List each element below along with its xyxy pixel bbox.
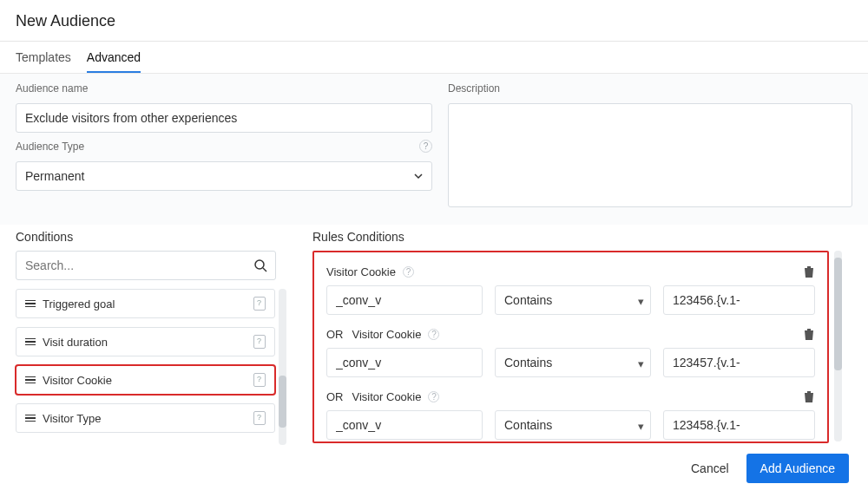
drag-icon: [25, 376, 36, 384]
condition-label: Visit duration: [43, 336, 108, 349]
rules-scrollbar[interactable]: [834, 251, 842, 441]
conditions-scrollbar[interactable]: [279, 289, 286, 445]
condition-item-visitor-cookie[interactable]: Visitor Cookie: [16, 365, 275, 395]
rules-box: Visitor Cookie ? Contains▾ OR Visitor Co…: [312, 251, 829, 443]
audience-type-select[interactable]: Permanent: [16, 161, 432, 191]
help-icon[interactable]: ?: [419, 140, 432, 153]
svg-point-0: [255, 260, 264, 269]
caret-down-icon: ▾: [638, 357, 644, 370]
rule-cookie-input[interactable]: [326, 285, 483, 315]
rule-cookie-input[interactable]: [326, 348, 483, 377]
rule-value-input[interactable]: [663, 285, 815, 315]
condition-label: Visitor Type: [43, 412, 101, 425]
caret-down-icon: ▾: [638, 295, 644, 308]
tabs-bar: Templates Advanced: [0, 42, 868, 74]
audience-name-input[interactable]: [16, 103, 432, 133]
rule-value-input[interactable]: [663, 410, 815, 440]
help-icon[interactable]: ?: [428, 329, 439, 340]
rule-operator-select[interactable]: Contains: [495, 348, 651, 377]
doc-help-icon[interactable]: [253, 335, 266, 349]
rule-or-label: OR: [326, 390, 344, 403]
search-icon: [253, 258, 267, 272]
rule-block-3: OR Visitor Cookie ? Contains▾: [326, 389, 815, 440]
tab-templates[interactable]: Templates: [16, 42, 71, 73]
scrollbar-thumb[interactable]: [834, 258, 842, 370]
rule-operator-select[interactable]: Contains: [495, 285, 651, 315]
rule-or-label: OR: [326, 328, 344, 341]
doc-help-icon[interactable]: [253, 297, 266, 311]
svg-line-1: [263, 268, 266, 271]
rules-title: Rules Conditions: [312, 230, 852, 244]
trash-icon[interactable]: [803, 389, 815, 403]
audience-type-label-text: Audience Type: [16, 141, 84, 153]
rule-cookie-input[interactable]: [326, 410, 483, 440]
trash-icon[interactable]: [803, 265, 815, 278]
rule-operator-select[interactable]: Contains: [495, 410, 651, 440]
tab-advanced[interactable]: Advanced: [87, 42, 141, 73]
condition-label: Visitor Cookie: [43, 374, 112, 387]
doc-help-icon[interactable]: [253, 373, 266, 387]
conditions-list: Triggered goal Visit duration Visitor Co…: [16, 289, 275, 445]
doc-help-icon[interactable]: [253, 411, 266, 425]
description-label: Description: [448, 82, 852, 95]
rule-value-input[interactable]: [663, 348, 815, 377]
condition-item-visitor-type[interactable]: Visitor Type: [16, 403, 275, 433]
condition-item-visit-duration[interactable]: Visit duration: [16, 327, 275, 356]
rule-block-2: OR Visitor Cookie ? Contains▾: [326, 327, 815, 377]
condition-item-triggered-goal[interactable]: Triggered goal: [16, 289, 275, 318]
help-icon[interactable]: ?: [428, 391, 439, 402]
caret-down-icon: ▾: [638, 420, 644, 433]
conditions-title: Conditions: [16, 230, 286, 244]
form-area: Audience name Audience Type ? Permanent …: [0, 74, 868, 225]
cancel-button[interactable]: Cancel: [691, 461, 729, 475]
trash-icon[interactable]: [803, 327, 815, 341]
rule-head-label: Visitor Cookie: [352, 390, 422, 403]
audience-name-label: Audience name: [16, 82, 432, 95]
drag-icon: [25, 415, 36, 422]
rule-head-label: Visitor Cookie: [326, 265, 396, 278]
condition-label: Triggered goal: [43, 298, 115, 311]
drag-icon: [25, 338, 36, 346]
rule-head-label: Visitor Cookie: [352, 328, 422, 341]
audience-type-label: Audience Type ?: [16, 140, 432, 153]
rule-block-1: Visitor Cookie ? Contains▾: [326, 265, 815, 315]
description-input[interactable]: [448, 103, 852, 207]
footer: Cancel Add Audience: [0, 445, 868, 492]
drag-icon: [25, 300, 36, 308]
page-title: New Audience: [0, 0, 868, 42]
help-icon[interactable]: ?: [403, 266, 414, 278]
add-audience-button[interactable]: Add Audience: [746, 454, 849, 483]
scrollbar-thumb[interactable]: [279, 376, 286, 428]
conditions-search-input[interactable]: [16, 251, 276, 280]
